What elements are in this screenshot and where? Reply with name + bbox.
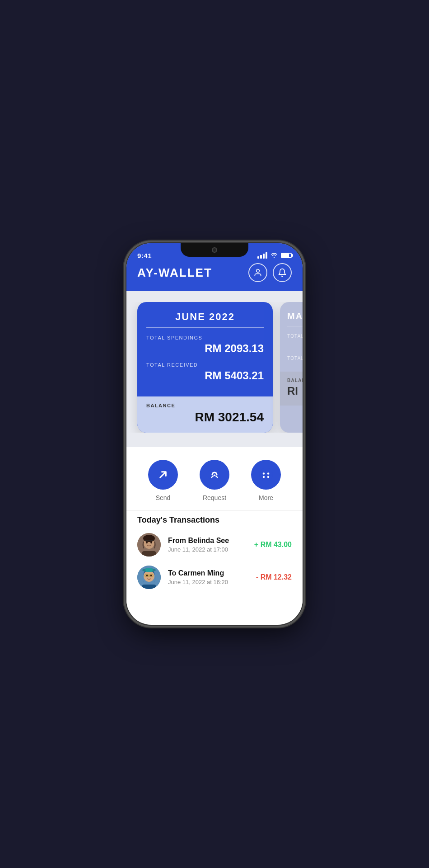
phone-frame: 9:41	[126, 243, 303, 625]
battery-fill	[282, 254, 289, 257]
transaction-date-belinda: June 11, 2022 at 17:00	[168, 546, 247, 553]
received-label: TOTAL RECEIVED	[146, 362, 264, 368]
more-action[interactable]: More	[251, 460, 281, 501]
profile-icon	[253, 268, 262, 277]
inactive-card-divider	[287, 326, 303, 326]
transactions-title: Today's Transactions	[137, 515, 292, 525]
inactive-card-month: MA	[287, 311, 303, 321]
card-divider	[146, 327, 264, 328]
june-wallet-card[interactable]: JUNE 2022 TOTAL SPENDINGS RM 2093.13 TOT…	[137, 302, 273, 433]
spending-row: TOTAL SPENDINGS RM 2093.13	[146, 335, 264, 355]
request-action[interactable]: Request	[200, 460, 229, 501]
transaction-item-carmen[interactable]: To Carmen Ming June 11, 2022 at 16:20 - …	[137, 566, 292, 589]
more-label: More	[259, 494, 273, 501]
svg-point-5	[263, 472, 265, 475]
svg-point-12	[146, 542, 148, 543]
avatar-carmen	[137, 566, 161, 589]
svg-point-6	[267, 472, 270, 475]
transaction-date-carmen: June 11, 2022 at 16:20	[168, 579, 249, 585]
signal-bar-4	[266, 252, 267, 259]
status-icons	[257, 252, 292, 259]
received-amount: RM 5403.21	[146, 369, 264, 382]
svg-rect-27	[142, 585, 156, 589]
signal-bar-3	[263, 254, 265, 259]
bell-icon	[278, 268, 287, 277]
signal-bar-2	[260, 255, 262, 259]
request-button[interactable]	[200, 460, 229, 490]
transaction-info-belinda: From Belinda See June 11, 2022 at 17:00	[168, 537, 247, 553]
cards-scroll[interactable]: JUNE 2022 TOTAL SPENDINGS RM 2093.13 TOT…	[126, 302, 303, 433]
svg-rect-14	[142, 551, 156, 557]
request-icon	[208, 468, 221, 481]
svg-point-22	[146, 575, 148, 576]
svg-point-3	[214, 474, 215, 476]
avatar-belinda	[137, 533, 161, 557]
send-label: Send	[156, 494, 171, 501]
transaction-amount-belinda: + RM 43.00	[254, 541, 292, 549]
notifications-button[interactable]	[273, 263, 292, 282]
belinda-avatar-image	[137, 533, 161, 557]
svg-rect-16	[150, 540, 153, 541]
card-month: JUNE 2022	[146, 311, 264, 323]
spending-label: TOTAL SPENDINGS	[146, 335, 264, 340]
balance-label: BALANCE	[146, 403, 264, 408]
inactive-card-balance: BALANCE RI	[280, 372, 303, 406]
svg-point-8	[267, 476, 270, 478]
svg-point-13	[150, 542, 152, 543]
svg-rect-21	[145, 568, 153, 572]
card-top: JUNE 2022 TOTAL SPENDINGS RM 2093.13 TOT…	[137, 302, 273, 396]
app-title: AY-WALLET	[137, 266, 212, 280]
received-row: TOTAL RECEIVED RM 5403.21	[146, 362, 264, 382]
wifi-icon	[270, 252, 278, 259]
inactive-card-top: MA TOTAL SPEN TOTAL RECE	[280, 302, 303, 372]
actions-section: Send Request	[126, 447, 303, 510]
transaction-item-belinda[interactable]: From Belinda See June 11, 2022 at 17:00 …	[137, 533, 292, 557]
inactive-balance-label: BALANCE	[287, 378, 303, 383]
carmen-avatar-image	[137, 566, 161, 589]
card-balance-section: BALANCE RM 3021.54	[137, 396, 273, 433]
screen-content[interactable]: 9:41	[126, 243, 303, 625]
inactive-spending-label: TOTAL SPEN	[287, 334, 303, 339]
more-icon	[259, 468, 273, 481]
send-button[interactable]	[148, 460, 178, 490]
svg-rect-15	[145, 540, 148, 541]
send-action[interactable]: Send	[148, 460, 178, 501]
svg-point-4	[259, 468, 273, 481]
inactive-balance-amount: RI	[287, 385, 303, 397]
transaction-amount-carmen: - RM 12.32	[256, 573, 292, 581]
spending-amount: RM 2093.13	[146, 342, 264, 355]
svg-point-7	[263, 476, 265, 478]
notch	[181, 243, 248, 257]
header-action-buttons	[248, 263, 292, 282]
request-label: Request	[203, 494, 226, 501]
svg-point-0	[256, 269, 260, 273]
send-icon	[156, 468, 170, 481]
signal-bars	[257, 252, 267, 259]
inactive-received-label: TOTAL RECE	[287, 356, 303, 361]
camera	[212, 247, 217, 253]
profile-button[interactable]	[248, 263, 267, 282]
transaction-info-carmen: To Carmen Ming June 11, 2022 at 16:20	[168, 569, 249, 585]
may-wallet-card[interactable]: MA TOTAL SPEN TOTAL RECE BALANCE RI	[280, 302, 303, 433]
more-button[interactable]	[251, 460, 281, 490]
status-time: 9:41	[137, 252, 152, 259]
cards-section: JUNE 2022 TOTAL SPENDINGS RM 2093.13 TOT…	[126, 291, 303, 447]
svg-point-23	[150, 575, 152, 576]
balance-amount: RM 3021.54	[146, 410, 264, 425]
transaction-name-belinda: From Belinda See	[168, 537, 247, 545]
transaction-name-carmen: To Carmen Ming	[168, 569, 249, 577]
signal-bar-1	[257, 256, 259, 259]
transactions-section: Today's Transactions	[126, 510, 303, 612]
battery-icon	[281, 253, 292, 258]
